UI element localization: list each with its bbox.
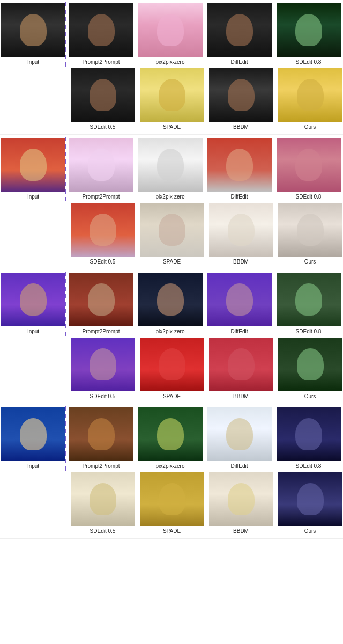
img-s2-p2p — [69, 138, 133, 192]
label-s3-diff: DiffEdit — [230, 327, 248, 336]
cell-s4-ours: Ours — [275, 471, 343, 536]
img-s2-pix — [138, 138, 203, 192]
label-s2-ours: Ours — [304, 258, 316, 267]
cell-s1-sde08: SDEdit 0.8 — [274, 2, 343, 67]
label-s3-ours: Ours — [304, 392, 316, 401]
cell-s2-sde05: SDEdit 0.5 — [68, 202, 137, 267]
img-s3-p2p — [69, 273, 133, 326]
img-s3-spade — [140, 338, 204, 391]
input-image-4 — [1, 407, 65, 461]
input-col-1: Input — [0, 2, 66, 67]
section-4-top-methods: Prompt2Prompt pix2pix-zero DiffEdit — [66, 406, 343, 471]
cell-s4-sde05: SDEdit 0.5 — [68, 471, 137, 536]
img-s1-ours — [278, 68, 342, 122]
cell-s4-pix: pix2pix-zero — [136, 406, 205, 471]
cell-s4-spade: SPADE — [137, 471, 206, 536]
img-s3-bbdm — [209, 338, 273, 391]
input-col-2: Input — [0, 137, 66, 202]
section-3-top-row: Input Prompt2Prompt pix2pix-zero — [0, 272, 343, 336]
img-s1-sde05 — [71, 68, 135, 122]
input-label-3: Input — [27, 327, 39, 336]
cell-s1-ours: Ours — [275, 67, 343, 132]
label-s1-spade: SPADE — [163, 123, 181, 132]
img-s2-spade — [140, 203, 204, 257]
label-s4-sde05: SDEdit 0.5 — [90, 527, 116, 536]
label-s1-sde05: SDEdit 0.5 — [90, 123, 116, 132]
label-s2-sde05: SDEdit 0.5 — [90, 258, 116, 267]
img-s2-ours — [278, 203, 342, 257]
cell-s1-p2p: Prompt2Prompt — [66, 2, 136, 67]
cell-s3-sde05: SDEdit 0.5 — [68, 336, 137, 401]
section-1-top-row: Input Prompt2Prompt pix2pix-zero — [0, 2, 343, 67]
input-col-3: Input — [0, 272, 66, 336]
cell-s3-ours: Ours — [275, 336, 343, 401]
cell-s2-pix: pix2pix-zero — [136, 137, 205, 202]
cell-s2-sde08: SDEdit 0.8 — [274, 137, 343, 202]
cell-s4-p2p: Prompt2Prompt — [66, 406, 136, 471]
section-2: Input Prompt2Prompt pix2pix-zero — [0, 135, 343, 269]
img-s4-bbdm — [209, 472, 273, 526]
section-3-bottom-methods: SDEdit 0.5 SPADE BBDM — [68, 336, 343, 401]
section-2-top-methods: Prompt2Prompt pix2pix-zero DiffEdit — [66, 137, 343, 202]
label-s3-bbdm: BBDM — [233, 392, 249, 401]
section-4-bottom-row: SDEdit 0.5 SPADE BBDM — [0, 471, 343, 536]
cell-s3-pix: pix2pix-zero — [136, 272, 205, 336]
label-s1-ours: Ours — [304, 123, 316, 132]
section-2-bottom-methods: SDEdit 0.5 SPADE BBDM — [68, 202, 343, 267]
img-s2-sde05 — [71, 203, 135, 257]
input-label-4: Input — [27, 462, 39, 471]
img-s4-ours — [278, 472, 342, 526]
section-2-top-row: Input Prompt2Prompt pix2pix-zero — [0, 137, 343, 202]
img-s1-bbdm — [209, 68, 273, 122]
label-s3-sde05: SDEdit 0.5 — [90, 392, 116, 401]
label-s1-bbdm: BBDM — [233, 123, 249, 132]
section-3: Input Prompt2Prompt pix2pix-zero — [0, 269, 343, 404]
cell-s3-spade: SPADE — [137, 336, 206, 401]
input-label-1: Input — [27, 58, 39, 67]
cell-s1-diff: DiffEdit — [205, 2, 274, 67]
section-3-top-methods: Prompt2Prompt pix2pix-zero DiffEdit — [66, 272, 343, 336]
label-s4-diff: DiffEdit — [230, 462, 248, 471]
input-image-3 — [1, 273, 65, 326]
label-s3-pix: pix2pix-zero — [156, 327, 185, 336]
cell-s1-sde05: SDEdit 0.5 — [68, 67, 137, 132]
section-divider-2 — [65, 137, 66, 202]
label-s1-pix: pix2pix-zero — [156, 58, 185, 67]
section-1-top-methods: Prompt2Prompt pix2pix-zero DiffEdit — [66, 2, 343, 67]
label-s3-spade: SPADE — [163, 392, 181, 401]
label-s4-ours: Ours — [304, 527, 316, 536]
section-1-bottom-methods: SDEdit 0.5 SPADE BBDM — [68, 67, 343, 132]
section-4-top-row: Input Prompt2Prompt pix2pix-zero — [0, 406, 343, 471]
img-s2-diff — [207, 138, 272, 192]
section-4-bottom-methods: SDEdit 0.5 SPADE BBDM — [68, 471, 343, 536]
img-s1-pix — [138, 3, 203, 57]
label-s4-p2p: Prompt2Prompt — [82, 462, 120, 471]
input-image-2 — [1, 138, 65, 192]
section-divider-4 — [65, 406, 66, 471]
cell-s1-pix: pix2pix-zero — [136, 2, 205, 67]
cell-s3-sde08: SDEdit 0.8 — [274, 272, 343, 336]
label-s4-pix: pix2pix-zero — [156, 462, 185, 471]
section-1-bottom-row: SDEdit 0.5 SPADE BBDM — [0, 67, 343, 132]
label-s2-pix: pix2pix-zero — [156, 193, 185, 202]
cell-s2-diff: DiffEdit — [205, 137, 274, 202]
img-s4-diff — [207, 407, 272, 461]
label-s3-sde08: SDEdit 0.8 — [296, 327, 322, 336]
img-s3-pix — [138, 273, 203, 326]
cell-s1-spade: SPADE — [137, 67, 206, 132]
input-image-1 — [1, 3, 65, 57]
main-container: Input Prompt2Prompt pix2pix-zero — [0, 0, 343, 539]
img-s2-bbdm — [209, 203, 273, 257]
section-4: Input Prompt2Prompt pix2pix-zero — [0, 404, 343, 539]
cell-s2-p2p: Prompt2Prompt — [66, 137, 136, 202]
img-s3-diff — [207, 273, 272, 326]
section-1: Input Prompt2Prompt pix2pix-zero — [0, 0, 343, 135]
img-s2-sde08 — [277, 138, 341, 192]
img-s4-spade — [140, 472, 204, 526]
input-label-2: Input — [27, 193, 39, 202]
label-s2-bbdm: BBDM — [233, 258, 249, 267]
img-s4-p2p — [69, 407, 133, 461]
label-s1-p2p: Prompt2Prompt — [82, 58, 120, 67]
cell-s3-diff: DiffEdit — [205, 272, 274, 336]
label-s3-p2p: Prompt2Prompt — [82, 327, 120, 336]
